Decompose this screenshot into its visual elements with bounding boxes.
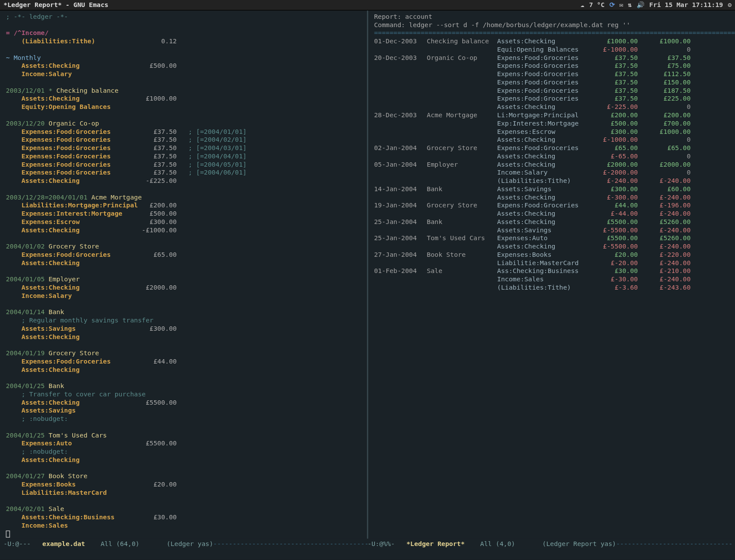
window-title: *Ledger Report* - GNU Emacs (4, 1, 581, 9)
report-row: 25-Jan-2004BankAssets:Checking£5500.00£5… (374, 218, 732, 226)
report-row: (Liabilities:Tithe)£-3.60£-243.60 (374, 284, 732, 292)
report-row: Assets:Savings£-5500.00£-240.00 (374, 226, 732, 234)
report-row: Assets:Checking£-5500.00£-240.00 (374, 243, 732, 251)
mode-line-right: -U:@%%- *Ledger Report* All (4,0) (Ledge… (368, 540, 732, 549)
report-row: Assets:Checking£-1000.000 (374, 136, 732, 144)
minibuffer[interactable] (0, 550, 735, 560)
report-row: Assets:Checking£-65.000 (374, 152, 732, 161)
report-row: Exp:Interest:Mortgage£500.00£700.00 (374, 119, 732, 128)
mode-line-left: -U:@--- example.dat All (64,0) (Ledger y… (4, 540, 368, 549)
report-row: Assets:Checking£-225.000 (374, 103, 732, 112)
weather-text: 7 °C (589, 1, 605, 9)
report-row: 28-Dec-2003Acme MortgageLi:Mortgage:Prin… (374, 112, 732, 120)
system-tray: ☁ 7 °C ⟳ ✉ ⇅ 🔊 Fri 15 Mar 17:11:19 ⚙ (581, 1, 732, 9)
report-row: Expens:Food:Groceries£37.50£187.50 (374, 87, 732, 95)
weather-icon: ☁ (581, 1, 584, 9)
report-row: Equi:Opening Balances£-1000.000 (374, 46, 732, 54)
report-row: Assets:Checking£-300.00£-240.00 (374, 193, 732, 202)
network-icon[interactable]: ⇅ (628, 1, 632, 9)
report-row: Liabilitie:MasterCard£-20.00£-240.00 (374, 259, 732, 267)
report-row: 19-Jan-2004Grocery StoreExpens:Food:Groc… (374, 202, 732, 210)
report-row: 14-Jan-2004BankAssets:Savings£300.00£60.… (374, 185, 732, 193)
report-row: Expens:Food:Groceries£37.50£75.00 (374, 62, 732, 70)
report-row: Assets:Checking£-44.00£-240.00 (374, 210, 732, 218)
mode-line-row: -U:@--- example.dat All (64,0) (Ledger y… (0, 539, 735, 549)
left-buffer[interactable]: ; -*- ledger -*- = /^Income/ (Liabilitie… (0, 10, 367, 539)
report-row: (Liabilities:Tithe)£-240.00£-240.00 (374, 177, 732, 186)
report-row: Expenses:Escrow£300.00£1000.00 (374, 128, 732, 136)
report-row: 05-Jan-2004EmployerAssets:Checking£2000.… (374, 161, 732, 169)
gear-icon[interactable]: ⚙ (728, 1, 732, 9)
report-row: 01-Dec-2003Checking balanceAssets:Checki… (374, 38, 732, 46)
report-row: Income:Sales£-30.00£-240.00 (374, 276, 732, 284)
window-titlebar: *Ledger Report* - GNU Emacs ☁ 7 °C ⟳ ✉ ⇅… (0, 0, 735, 10)
clock-text: Fri 15 Mar 17:11:19 (649, 1, 723, 9)
report-row: 27-Jan-2004Book StoreExpenses:Books£20.0… (374, 251, 732, 259)
report-row: 01-Feb-2004SaleAss:Checking:Business£30.… (374, 267, 732, 276)
report-row: 20-Dec-2003Organic Co-opExpens:Food:Groc… (374, 54, 732, 62)
report-row: Income:Salary£-2000.000 (374, 169, 732, 177)
report-row: Expens:Food:Groceries£37.50£112.50 (374, 70, 732, 79)
mail-icon[interactable]: ✉ (619, 1, 623, 9)
report-row: 25-Jan-2004Tom's Used CarsExpenses:Auto£… (374, 234, 732, 243)
report-row: 02-Jan-2004Grocery StoreExpens:Food:Groc… (374, 144, 732, 153)
volume-icon[interactable]: 🔊 (637, 1, 645, 9)
refresh-icon[interactable]: ⟳ (609, 1, 615, 9)
right-buffer[interactable]: Report: account Command: ledger --sort d… (368, 10, 735, 539)
report-row: Expens:Food:Groceries£37.50£225.00 (374, 95, 732, 103)
report-row: Expens:Food:Groceries£37.50£150.00 (374, 79, 732, 87)
